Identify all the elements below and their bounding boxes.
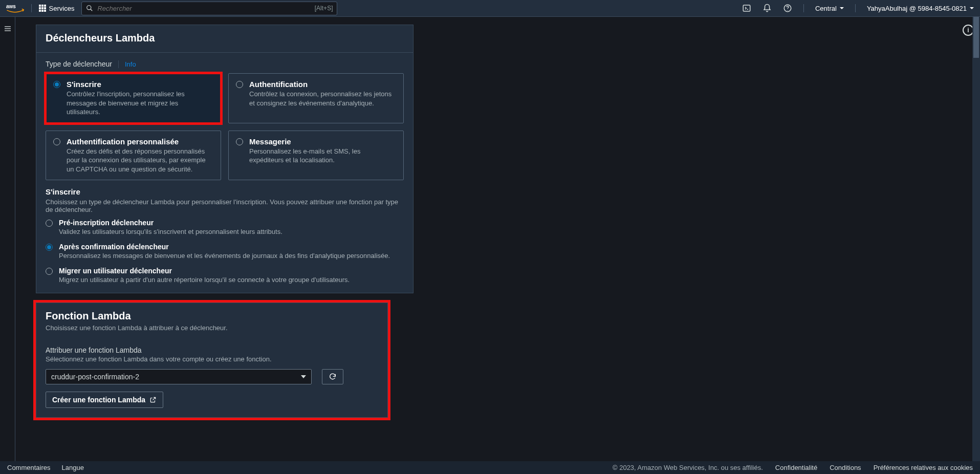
trigger-type-label: Type de déclencheur bbox=[46, 60, 112, 68]
info-link[interactable]: Info bbox=[118, 60, 136, 68]
radio-desc: Migrez un utilisateur à partir d'un autr… bbox=[59, 276, 350, 284]
subsection-title: S'inscrire bbox=[46, 187, 404, 196]
radio-icon bbox=[46, 244, 53, 251]
vertical-scrollbar[interactable] bbox=[972, 17, 980, 461]
panel-title: Déclencheurs Lambda bbox=[46, 32, 404, 44]
svg-text:aws: aws bbox=[6, 4, 16, 9]
trigger-card-auth[interactable]: Authentification Contrôlez la connexion,… bbox=[228, 73, 404, 123]
region-button[interactable]: Central bbox=[815, 5, 844, 12]
panel-body: Fonction Lambda Choisissez une fonction … bbox=[36, 303, 387, 417]
panel-body: Type de déclencheur Info S'inscrire Cont… bbox=[36, 53, 413, 293]
search-box[interactable]: [Alt+S] bbox=[81, 2, 337, 15]
svg-line-2 bbox=[91, 9, 93, 11]
trigger-card-desc: Contrôlez l'inscription, personnalisez l… bbox=[67, 90, 213, 117]
footer-comments[interactable]: Commentaires bbox=[7, 464, 51, 471]
header-bar: aws Services [Alt+S] Central YahyaAbulha… bbox=[0, 0, 980, 17]
radio-label: Migrer un utilisateur déclencheur bbox=[59, 267, 350, 275]
divider bbox=[855, 4, 856, 12]
services-button[interactable]: Services bbox=[39, 5, 75, 12]
lambda-select-value: cruddur-post-confirmation-2 bbox=[51, 373, 139, 381]
radio-pre-signup[interactable]: Pré-inscription déclencheur Validez les … bbox=[46, 219, 404, 235]
radio-label: Pré-inscription déclencheur bbox=[59, 219, 282, 227]
create-lambda-button[interactable]: Créer une fonction Lambda bbox=[46, 392, 163, 408]
lambda-select[interactable]: cruddur-post-confirmation-2 bbox=[46, 369, 312, 384]
subsection-radio-list: Pré-inscription déclencheur Validez les … bbox=[46, 219, 404, 284]
footer-copyright: © 2023, Amazon Web Services, Inc. ou ses… bbox=[613, 464, 763, 471]
external-link-icon bbox=[149, 396, 157, 403]
trigger-card-title: Messagerie bbox=[249, 137, 396, 146]
caret-down-icon bbox=[301, 375, 306, 378]
services-label: Services bbox=[49, 5, 75, 12]
scrollbar-thumb[interactable] bbox=[973, 17, 979, 58]
search-input[interactable] bbox=[97, 5, 310, 12]
panel-subtitle: Choisissez une fonction Lambda à attribu… bbox=[46, 324, 378, 332]
footer-cookies[interactable]: Préférences relatives aux cookies bbox=[874, 464, 973, 471]
assign-fn-label: Attribuer une fonction Lambda bbox=[46, 346, 378, 354]
grid-icon bbox=[39, 5, 46, 12]
panel-header: Déclencheurs Lambda bbox=[36, 25, 413, 53]
signup-subsection: S'inscrire Choisissez un type de déclenc… bbox=[46, 180, 404, 284]
refresh-icon bbox=[329, 373, 337, 381]
radio-desc: Validez les utilisateurs lorsqu'ils s'in… bbox=[59, 228, 282, 235]
cloudshell-icon[interactable] bbox=[742, 4, 751, 13]
trigger-card-custom-auth[interactable]: Authentification personnalisée Créez des… bbox=[46, 131, 221, 181]
region-label: Central bbox=[815, 5, 837, 12]
lambda-function-panel: Fonction Lambda Choisissez une fonction … bbox=[36, 303, 388, 418]
radio-icon bbox=[236, 138, 243, 145]
caret-down-icon bbox=[840, 7, 844, 9]
trigger-type-label-row: Type de déclencheur Info bbox=[46, 53, 404, 73]
radio-icon bbox=[53, 81, 60, 88]
divider bbox=[31, 4, 32, 12]
hamburger-icon[interactable] bbox=[4, 25, 12, 33]
footer-language[interactable]: Langue bbox=[62, 464, 84, 471]
refresh-button[interactable] bbox=[322, 369, 343, 384]
aws-logo[interactable]: aws bbox=[6, 3, 24, 13]
radio-icon bbox=[46, 268, 53, 275]
footer-bar: Commentaires Langue © 2023, Amazon Web S… bbox=[0, 461, 980, 474]
footer-terms[interactable]: Conditions bbox=[830, 464, 861, 471]
trigger-card-desc: Contrôlez la connexion, personnalisez le… bbox=[249, 90, 396, 107]
svg-line-10 bbox=[153, 398, 155, 400]
panel-title: Fonction Lambda bbox=[46, 310, 378, 322]
trigger-card-title: S'inscrire bbox=[67, 80, 213, 89]
assign-fn-desc: Sélectionnez une fonction Lambda dans vo… bbox=[46, 355, 378, 363]
radio-migrate-user[interactable]: Migrer un utilisateur déclencheur Migrez… bbox=[46, 267, 404, 284]
create-lambda-label: Créer une fonction Lambda bbox=[52, 396, 145, 404]
trigger-card-desc: Personnalisez les e-mails et SMS, les ex… bbox=[249, 147, 396, 165]
radio-post-confirmation[interactable]: Après confirmation déclencheur Personnal… bbox=[46, 243, 404, 260]
trigger-card-desc: Créez des défis et des réponses personna… bbox=[67, 147, 213, 174]
lambda-triggers-panel: Déclencheurs Lambda Type de déclencheur … bbox=[36, 25, 413, 293]
header-right: Central YahyaAbulhaj @ 5984-8545-0821 bbox=[742, 4, 974, 13]
help-icon[interactable] bbox=[783, 4, 792, 13]
caret-down-icon bbox=[970, 7, 974, 9]
shell: i Déclencheurs Lambda Type de déclencheu… bbox=[0, 17, 980, 461]
trigger-card-title: Authentification personnalisée bbox=[67, 137, 213, 146]
side-rail bbox=[0, 17, 15, 461]
footer-privacy[interactable]: Confidentialité bbox=[775, 464, 817, 471]
footer-right: © 2023, Amazon Web Services, Inc. ou ses… bbox=[613, 464, 973, 471]
account-button[interactable]: YahyaAbulhaj @ 5984-8545-0821 bbox=[867, 5, 974, 12]
account-label: YahyaAbulhaj @ 5984-8545-0821 bbox=[867, 5, 967, 12]
search-shortcut: [Alt+S] bbox=[315, 5, 333, 12]
bell-icon[interactable] bbox=[763, 4, 772, 13]
trigger-card-messaging[interactable]: Messagerie Personnalisez les e-mails et … bbox=[228, 131, 404, 181]
radio-desc: Personnalisez les messages de bienvenue … bbox=[59, 252, 390, 260]
radio-icon bbox=[46, 220, 53, 227]
divider bbox=[803, 4, 804, 12]
trigger-card-signup[interactable]: S'inscrire Contrôlez l'inscription, pers… bbox=[46, 73, 221, 123]
main-area: i Déclencheurs Lambda Type de déclencheu… bbox=[15, 17, 980, 461]
subsection-desc: Choisissez un type de déclencheur Lambda… bbox=[46, 198, 404, 213]
select-row: cruddur-post-confirmation-2 bbox=[46, 369, 378, 384]
svg-point-1 bbox=[87, 6, 91, 10]
search-icon bbox=[86, 5, 93, 12]
radio-label: Après confirmation déclencheur bbox=[59, 243, 390, 251]
trigger-grid: S'inscrire Contrôlez l'inscription, pers… bbox=[46, 73, 404, 180]
radio-icon bbox=[236, 81, 243, 88]
trigger-card-title: Authentification bbox=[249, 80, 396, 89]
radio-icon bbox=[53, 138, 60, 145]
